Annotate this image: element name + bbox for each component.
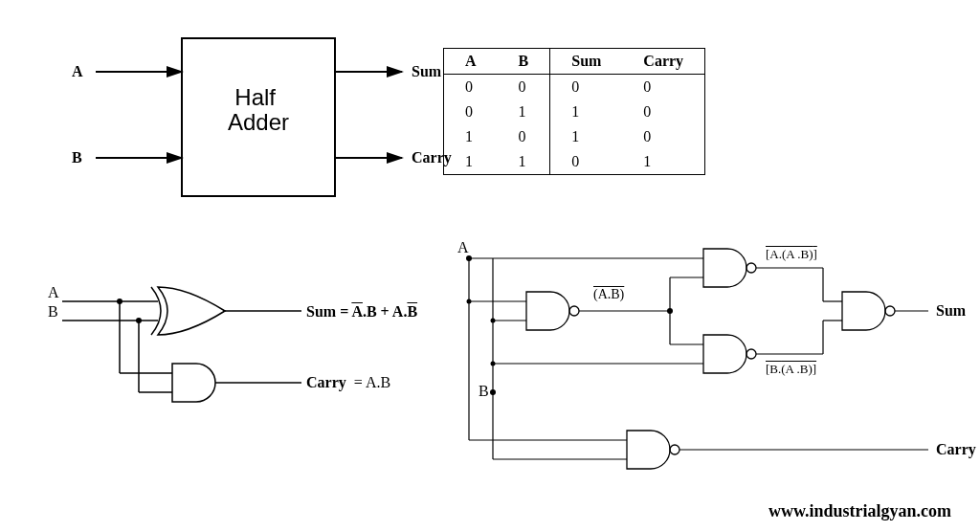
nand-mid-expr: (A.B) [593, 287, 624, 302]
table-cell: 0 [550, 149, 623, 175]
and-gate-icon [172, 364, 215, 402]
nand-gate-icon [842, 292, 885, 330]
table-row: 1010 [444, 124, 705, 149]
nand-label-b: B [479, 383, 489, 400]
table-row: 1101 [444, 149, 705, 175]
xor-back-curve [151, 287, 161, 335]
xor-label-a: A [48, 284, 59, 301]
block-title: Half Adder [228, 84, 289, 135]
block-label-b: B [72, 149, 82, 166]
nand-top-expr: [A.(A .B)] [766, 247, 817, 262]
table-row: 0000 [444, 75, 705, 100]
nand-gate-icon [703, 249, 746, 287]
table-cell: 0 [622, 100, 704, 124]
truth-table: ABSumCarry 0000011010101101 [443, 48, 705, 175]
table-cell: 0 [622, 124, 704, 149]
nand-carry-label: Carry [936, 441, 976, 458]
nand-gate-icon [627, 431, 670, 469]
table-header: Carry [622, 49, 704, 75]
not-bubble [746, 349, 756, 359]
table-cell: 1 [444, 124, 498, 149]
node [491, 362, 496, 366]
not-bubble [885, 306, 895, 316]
nand-gate-icon [703, 335, 746, 373]
table-cell: 1 [622, 149, 704, 175]
not-bubble [569, 306, 579, 316]
not-bubble [670, 445, 679, 454]
table-cell: 1 [550, 100, 623, 124]
table-cell: 0 [444, 75, 498, 100]
xor-label-b: B [48, 303, 58, 321]
table-cell: 1 [444, 149, 498, 175]
table-cell: 1 [550, 124, 623, 149]
not-bubble [746, 263, 756, 273]
nand-gate-icon [526, 292, 569, 330]
node [467, 299, 472, 304]
node [490, 389, 496, 395]
block-diagram: Half Adder [38, 29, 421, 230]
table-cell: 0 [622, 75, 704, 100]
table-cell: 0 [444, 100, 498, 124]
node [491, 319, 496, 323]
block-label-a: A [72, 63, 83, 80]
table-cell: 1 [498, 149, 550, 175]
xor-sum-label: Sum = A.B + A.B [306, 303, 417, 321]
table-cell: 1 [498, 100, 550, 124]
nand-sum-label: Sum [936, 302, 966, 320]
block-label-sum: Sum [412, 63, 441, 80]
table-cell: 0 [498, 75, 550, 100]
nand-bot-expr: [B.(A .B)] [766, 362, 816, 377]
table-header: Sum [550, 49, 623, 75]
table-header: B [498, 49, 550, 75]
xor-gate-icon [158, 287, 225, 335]
nand-label-a: A [457, 239, 469, 256]
xor-carry-label: Carry = A.B [306, 374, 390, 391]
table-header: A [444, 49, 498, 75]
table-row: 0110 [444, 100, 705, 124]
nand-circuit [440, 230, 957, 531]
watermark: www.industrialgyan.com [768, 501, 951, 521]
table-cell: 0 [550, 75, 623, 100]
table-cell: 0 [498, 124, 550, 149]
